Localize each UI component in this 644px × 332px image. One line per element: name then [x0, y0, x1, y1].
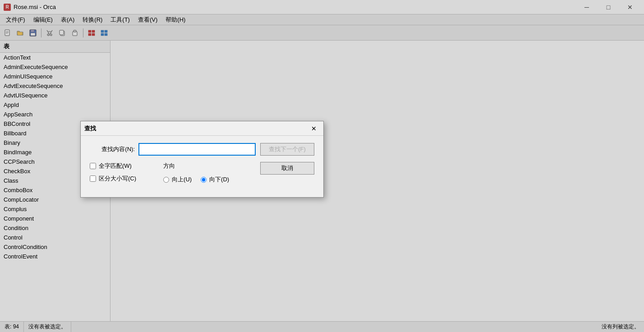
direction-down-radio[interactable] — [201, 177, 207, 183]
direction-up-label: 向上(U) — [172, 175, 192, 184]
match-case-label[interactable]: 区分大小写(C) — [99, 175, 136, 183]
match-case-option: 区分大小写(C) — [90, 175, 136, 183]
dialog-title: 查找 — [84, 124, 308, 133]
search-label: 查找内容(N): — [90, 145, 135, 153]
find-dialog: 查找 ✕ 查找内容(N): 查找下一个(F) 全字匹配(W) — [80, 121, 324, 198]
direction-group: 方向 向上(U) 向下(D) — [163, 162, 229, 184]
checkbox-group: 全字匹配(W) 区分大小写(C) — [90, 162, 136, 183]
match-case-checkbox[interactable] — [90, 175, 96, 182]
direction-options: 向上(U) 向下(D) — [163, 175, 229, 184]
dialog-close-button[interactable]: ✕ — [308, 123, 320, 134]
direction-down-option[interactable]: 向下(D) — [201, 175, 229, 184]
cancel-button[interactable]: 取消 — [260, 162, 314, 175]
search-input[interactable] — [138, 143, 256, 156]
direction-up-option[interactable]: 向上(U) — [163, 175, 192, 184]
find-next-button[interactable]: 查找下一个(F) — [260, 143, 314, 156]
whole-word-option: 全字匹配(W) — [90, 162, 136, 170]
modal-overlay: 查找 ✕ 查找内容(N): 查找下一个(F) 全字匹配(W) — [0, 0, 644, 332]
options-row: 全字匹配(W) 区分大小写(C) 方向 向上(U) — [90, 162, 314, 184]
whole-word-checkbox[interactable] — [90, 163, 96, 169]
whole-word-label[interactable]: 全字匹配(W) — [99, 162, 132, 170]
direction-label: 方向 — [163, 162, 229, 170]
direction-down-label: 向下(D) — [209, 175, 229, 184]
dialog-titlebar: 查找 ✕ — [81, 121, 323, 136]
direction-up-radio[interactable] — [163, 177, 169, 183]
dialog-body: 查找内容(N): 查找下一个(F) 全字匹配(W) 区分大小写(C) — [81, 136, 323, 197]
search-row: 查找内容(N): 查找下一个(F) — [90, 143, 314, 156]
